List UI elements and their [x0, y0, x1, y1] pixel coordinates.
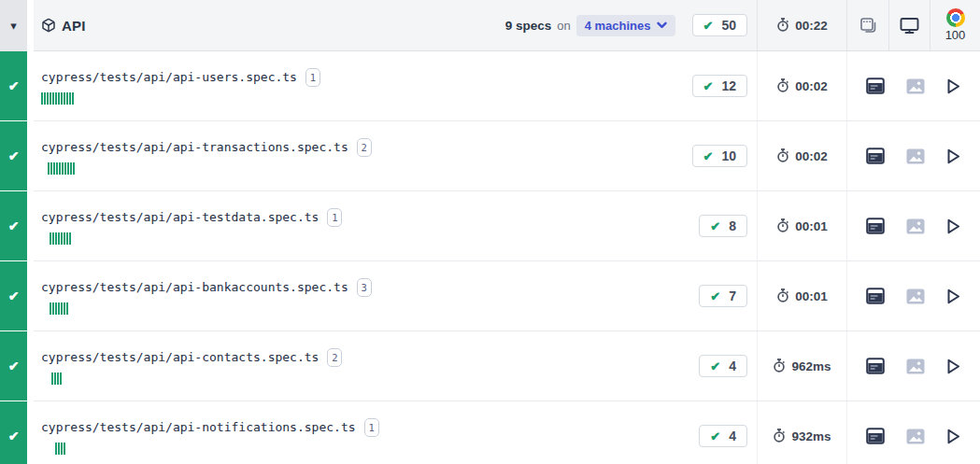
log-icon: [866, 148, 885, 164]
spec-row: ✔ cypress/tests/api/api-bankaccounts.spe…: [0, 261, 980, 331]
gutter: [27, 261, 34, 331]
check-icon: ✔: [8, 359, 20, 373]
image-icon: [906, 359, 925, 374]
output-log-button[interactable]: [864, 426, 887, 446]
check-icon: ✔: [710, 430, 720, 443]
check-icon: ✔: [8, 429, 20, 443]
spec-file-line: cypress/tests/api/api-users.spec.ts 1: [34, 68, 681, 87]
spec-file[interactable]: cypress/tests/api/api-contacts.spec.ts: [41, 350, 319, 364]
spec-status-passed: ✔: [0, 191, 27, 260]
spec-row: ✔ cypress/tests/api/api-users.spec.ts 1 …: [0, 51, 980, 121]
spec-passed-count: 4: [729, 359, 736, 373]
gutter: [27, 121, 34, 191]
play-video-button[interactable]: [944, 76, 963, 97]
spec-duration: 962ms: [791, 359, 831, 373]
output-log-button[interactable]: [864, 356, 887, 376]
spec-status-passed: ✔: [0, 261, 27, 330]
duration-bar: [64, 443, 65, 455]
check-icon: ✔: [8, 218, 20, 233]
stopwatch-icon: [776, 148, 789, 163]
output-log-button[interactable]: [864, 76, 887, 96]
spec-info: cypress/tests/api/api-testdata.spec.ts 1: [34, 208, 688, 245]
monitor-icon: [900, 17, 919, 35]
spec-status-passed: ✔: [0, 331, 27, 401]
stopwatch-icon: [776, 218, 789, 233]
spec-passed-badge: ✔ 8: [699, 215, 747, 237]
check-icon: ✔: [8, 288, 20, 303]
duration-bar: [61, 92, 63, 105]
spec-info: cypress/tests/api/api-notifications.spec…: [34, 418, 688, 455]
screenshots-button: [904, 427, 927, 446]
on-label: on: [557, 19, 570, 33]
output-log-button[interactable]: [864, 286, 887, 306]
spec-passed-badge: ✔ 7: [699, 285, 747, 307]
spec-row-main: cypress/tests/api/api-transactions.spec.…: [34, 121, 757, 191]
duration-bar: [66, 92, 68, 105]
spec-file[interactable]: cypress/tests/api/api-testdata.spec.ts: [41, 210, 319, 224]
duration-bar: [69, 92, 71, 105]
duration-bar: [73, 162, 75, 175]
log-icon: [866, 77, 885, 94]
collapse-toggle[interactable]: ▾: [0, 0, 27, 51]
check-icon: ✔: [703, 150, 714, 162]
spec-passed-count: 8: [729, 218, 736, 233]
play-video-button[interactable]: [944, 146, 963, 167]
spec-row-main: cypress/tests/api/api-notifications.spec…: [34, 401, 757, 464]
spec-file-line: cypress/tests/api/api-testdata.spec.ts 1: [34, 208, 688, 227]
duration-bar: [57, 373, 59, 385]
duration-bar: [54, 373, 56, 385]
screenshots-button: [904, 147, 927, 166]
duration-bar: [51, 373, 53, 385]
duration-bar: [60, 373, 62, 385]
spec-file[interactable]: cypress/tests/api/api-bankaccounts.spec.…: [41, 280, 348, 294]
play-video-button[interactable]: [944, 356, 963, 377]
log-icon: [866, 288, 885, 304]
gutter: [27, 191, 34, 261]
spec-status-passed: ✔: [0, 51, 27, 120]
spec-info: cypress/tests/api/api-bankaccounts.spec.…: [34, 278, 688, 315]
spec-group-badge: 1: [327, 208, 342, 227]
play-video-button[interactable]: [944, 286, 963, 307]
spec-group-badge: 1: [364, 418, 379, 437]
duration-bar: [50, 162, 52, 175]
spec-file[interactable]: cypress/tests/api/api-transactions.spec.…: [41, 140, 348, 154]
spec-duration: 00:01: [795, 219, 828, 233]
spec-row: ✔ cypress/tests/api/api-notifications.sp…: [0, 401, 980, 464]
log-icon: [866, 358, 885, 374]
spec-duration-cell: 932ms: [757, 401, 846, 464]
spec-passed-badge: ✔ 4: [699, 355, 747, 377]
play-video-button[interactable]: [944, 426, 963, 447]
duration-bar: [58, 92, 60, 105]
play-icon: [945, 358, 961, 375]
browser-score: 100: [945, 28, 966, 42]
spec-duration: 00:02: [795, 79, 828, 93]
spec-status-passed: ✔: [0, 121, 27, 190]
duration-bar: [52, 302, 54, 315]
total-duration: 00:22: [795, 19, 828, 33]
duration-bar: [62, 162, 64, 175]
spec-passed-count: 12: [721, 78, 736, 93]
spec-passed-count: 7: [729, 288, 736, 303]
chrome-icon: [946, 8, 965, 27]
spec-file[interactable]: cypress/tests/api/api-notifications.spec…: [41, 420, 356, 434]
output-log-button[interactable]: [864, 146, 887, 166]
play-video-button[interactable]: [944, 216, 963, 237]
machines-dropdown[interactable]: 4 machines: [576, 15, 675, 36]
log-icon: [866, 218, 885, 234]
spec-duration: 00:01: [795, 289, 828, 303]
spec-file-line: cypress/tests/api/api-bankaccounts.spec.…: [34, 278, 688, 297]
stopwatch-icon: [776, 288, 789, 303]
duration-bar: [61, 443, 63, 455]
spec-duration-cell: 962ms: [757, 331, 846, 401]
spec-file[interactable]: cypress/tests/api/api-users.spec.ts: [41, 70, 297, 84]
output-log-button[interactable]: [864, 216, 887, 236]
stopwatch-icon: [773, 359, 786, 373]
gutter: [27, 51, 34, 121]
duration-bar: [67, 162, 69, 175]
spec-row-main: cypress/tests/api/api-bankaccounts.spec.…: [34, 261, 757, 331]
duration-bar: [66, 302, 68, 315]
spec-actions-cell: [846, 191, 980, 261]
duration-bar: [64, 232, 65, 245]
spec-row-main: cypress/tests/api/api-testdata.spec.ts 1…: [34, 191, 757, 261]
duration-bar: [50, 232, 51, 245]
